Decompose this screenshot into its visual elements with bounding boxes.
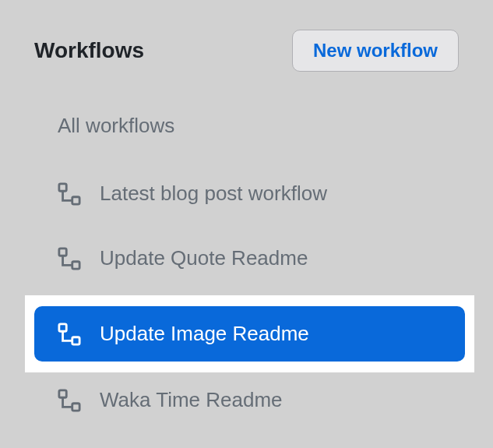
workflow-item-label: Waka Time Readme [100, 388, 283, 412]
svg-rect-4 [59, 323, 66, 330]
workflow-item-label: Update Quote Readme [100, 246, 308, 270]
workflows-title: Workflows [34, 38, 144, 63]
svg-rect-3 [72, 261, 79, 268]
svg-rect-7 [72, 403, 79, 410]
svg-rect-1 [72, 196, 79, 203]
workflow-item-waka-time[interactable]: Waka Time Readme [34, 372, 459, 428]
svg-rect-2 [59, 248, 66, 255]
svg-rect-0 [59, 183, 66, 190]
new-workflow-button[interactable]: New workflow [292, 30, 459, 72]
svg-rect-5 [72, 337, 79, 344]
svg-rect-6 [59, 390, 66, 397]
workflow-icon [58, 182, 81, 206]
workflows-header: Workflows New workflow [34, 30, 459, 72]
workflow-icon [58, 247, 81, 270]
workflow-list: All workflows Latest blog post workflow … [34, 103, 459, 437]
workflow-selected-wrapper: Update Image Readme [25, 295, 474, 372]
workflow-item-label: Update Image Readme [100, 322, 309, 346]
workflow-item-latest-blog[interactable]: Latest blog post workflow [34, 166, 459, 221]
all-workflows-item[interactable]: All workflows [34, 103, 459, 149]
workflow-item-label: Latest blog post workflow [100, 182, 327, 206]
workflow-item-quote-readme[interactable]: Update Quote Readme [34, 231, 459, 286]
workflow-icon [58, 323, 81, 346]
workflow-icon [58, 389, 81, 412]
workflow-item-image-readme[interactable]: Update Image Readme [34, 306, 465, 362]
